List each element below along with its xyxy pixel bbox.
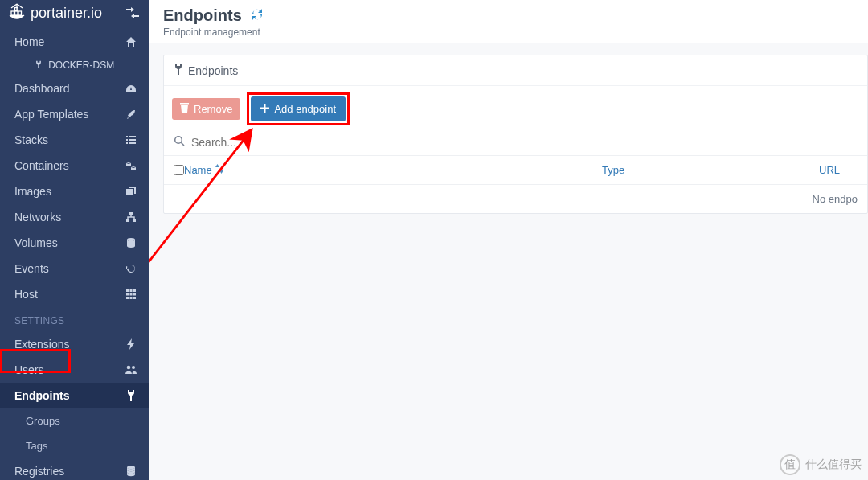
bolt-icon xyxy=(125,338,137,351)
plug-icon xyxy=(35,59,45,71)
sidebar-item-networks[interactable]: Networks xyxy=(0,204,149,230)
add-endpoint-highlight: Add endpoint xyxy=(247,92,350,125)
col-name[interactable]: Name xyxy=(184,164,602,176)
watermark-logo-icon: 值 xyxy=(780,454,800,475)
svg-rect-8 xyxy=(129,136,136,137)
sidebar-item-events[interactable]: Events xyxy=(0,256,149,281)
sidebar-item-volumes[interactable]: Volumes xyxy=(0,230,149,256)
svg-rect-19 xyxy=(130,289,133,292)
plus-icon xyxy=(260,103,269,115)
th-icon xyxy=(125,288,137,301)
brand-name: portainer.io xyxy=(31,5,102,22)
svg-line-35 xyxy=(181,142,184,146)
svg-rect-6 xyxy=(15,8,18,11)
svg-rect-26 xyxy=(133,297,136,299)
endpoint-name-label: DOCKER-DSM xyxy=(48,59,114,71)
portainer-logo-icon xyxy=(8,3,26,23)
sidebar-item-home[interactable]: Home xyxy=(0,29,149,55)
svg-rect-13 xyxy=(126,189,133,195)
sidebar-label-registries: Registries xyxy=(14,465,64,478)
svg-rect-14 xyxy=(129,212,133,215)
tachometer-icon xyxy=(125,82,137,95)
clone-icon xyxy=(125,185,137,198)
add-endpoint-label: Add endpoint xyxy=(274,103,336,115)
users-icon xyxy=(125,363,137,376)
remove-button[interactable]: Remove xyxy=(172,98,240,120)
svg-point-29 xyxy=(127,466,135,469)
rocket-icon xyxy=(125,108,137,121)
endpoints-panel: Endpoints Remove Add endpoint xyxy=(163,55,868,214)
svg-rect-33 xyxy=(260,108,269,109)
sidebar-item-registries[interactable]: Registries xyxy=(0,458,149,480)
panel-title: Endpoints xyxy=(188,64,238,77)
brand-bar: portainer.io xyxy=(0,0,149,29)
remove-label: Remove xyxy=(194,103,232,115)
watermark: 值 什么值得买 xyxy=(780,454,862,475)
panel-head: Endpoints xyxy=(164,55,867,86)
search-input[interactable] xyxy=(191,136,858,149)
sidebar-item-dashboard[interactable]: Dashboard xyxy=(0,76,149,101)
svg-rect-15 xyxy=(126,219,129,222)
svg-rect-12 xyxy=(129,142,136,144)
svg-rect-5 xyxy=(18,11,22,15)
refresh-icon[interactable] xyxy=(250,8,264,24)
sidebar-label-extensions: Extensions xyxy=(14,338,69,351)
home-icon xyxy=(125,35,137,48)
svg-rect-9 xyxy=(126,139,128,141)
select-all-checkbox[interactable] xyxy=(174,165,184,175)
database-icon xyxy=(125,465,137,478)
sidebar-label-events: Events xyxy=(14,262,49,275)
svg-rect-16 xyxy=(133,219,136,222)
page-header: Endpoints Endpoint management xyxy=(149,0,868,43)
svg-rect-4 xyxy=(15,11,18,15)
sidebar-label-app-templates: App Templates xyxy=(14,108,88,121)
sort-icon xyxy=(215,164,223,176)
svg-point-17 xyxy=(127,238,135,241)
sidebar-label-volumes: Volumes xyxy=(14,236,58,249)
svg-rect-7 xyxy=(126,136,128,137)
sidebar-label-dashboard: Dashboard xyxy=(14,82,70,95)
sidebar-item-host[interactable]: Host xyxy=(0,281,149,307)
plug-icon xyxy=(174,64,183,77)
col-name-label: Name xyxy=(184,164,212,176)
col-type[interactable]: Type xyxy=(602,164,819,176)
svg-rect-18 xyxy=(126,289,129,292)
svg-rect-22 xyxy=(130,293,133,296)
page-subtitle: Endpoint management xyxy=(163,27,854,38)
page-title: Endpoints xyxy=(163,6,242,25)
content: Endpoints Remove Add endpoint xyxy=(149,43,868,480)
sidebar-item-extensions[interactable]: Extensions xyxy=(0,331,149,357)
sidebar-item-stacks[interactable]: Stacks xyxy=(0,127,149,153)
svg-point-27 xyxy=(127,366,131,370)
sidebar-item-containers[interactable]: Containers xyxy=(0,153,149,178)
sidebar-label-networks: Networks xyxy=(14,211,61,224)
sidebar-item-groups[interactable]: Groups xyxy=(0,408,149,433)
hdd-icon xyxy=(125,236,137,249)
plug-icon xyxy=(125,389,137,402)
add-endpoint-button[interactable]: Add endpoint xyxy=(251,96,346,121)
sidebar-item-users[interactable]: Users xyxy=(0,357,149,383)
svg-rect-24 xyxy=(126,297,129,299)
section-settings-label: SETTINGS xyxy=(0,307,149,331)
svg-rect-10 xyxy=(129,139,136,141)
sidebar-item-images[interactable]: Images xyxy=(0,178,149,204)
svg-rect-20 xyxy=(133,289,136,292)
sidebar-label-images: Images xyxy=(14,185,51,198)
svg-point-28 xyxy=(132,366,135,369)
svg-rect-25 xyxy=(130,297,133,299)
svg-rect-11 xyxy=(126,142,128,144)
endpoint-selector[interactable]: DOCKER-DSM xyxy=(0,55,149,76)
svg-rect-3 xyxy=(11,11,14,15)
sidebar-item-app-templates[interactable]: App Templates xyxy=(0,101,149,127)
sidebar-item-endpoints[interactable]: Endpoints xyxy=(0,383,149,408)
main-area: Endpoints Endpoint management Endpoints … xyxy=(149,0,868,480)
search-icon xyxy=(174,135,185,149)
svg-rect-23 xyxy=(133,293,136,296)
sidebar-label-endpoints: Endpoints xyxy=(14,389,69,402)
sidebar: portainer.io Home DOCKER-DSM Dashboard A… xyxy=(0,0,149,480)
toggle-sidebar-icon[interactable] xyxy=(126,6,139,19)
sidebar-item-tags[interactable]: Tags xyxy=(0,433,149,458)
sidebar-label-host: Host xyxy=(14,288,38,301)
col-url[interactable]: URL xyxy=(819,164,867,176)
empty-row: No endpo xyxy=(164,185,867,213)
